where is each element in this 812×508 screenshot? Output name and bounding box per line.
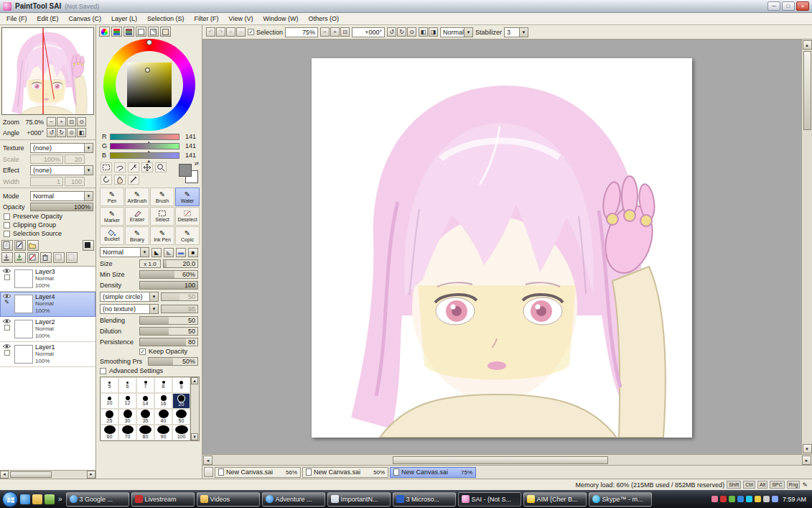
paint-mode-dropdown[interactable]: Normal▼	[440, 27, 473, 37]
brush-size-12[interactable]: 12	[118, 393, 136, 409]
layer-row-layer3[interactable]: Layer3 Normal 100%	[0, 267, 95, 292]
scrollbar-thumb[interactable]	[393, 456, 608, 464]
redo-button[interactable]: ↷	[216, 27, 225, 37]
brush-size-20-selected[interactable]: 20	[172, 393, 190, 409]
zoom-reset-button[interactable]: ⊙	[77, 117, 86, 126]
swatches-toggle[interactable]	[148, 27, 159, 37]
taskbar-button-videos[interactable]: Videos	[197, 492, 260, 507]
view-rotate-cw-button[interactable]: ↻	[397, 27, 406, 37]
brush-size-90[interactable]: 90	[154, 425, 172, 440]
size-multiplier[interactable]: x 1.0	[139, 259, 161, 268]
tool-binary[interactable]: ✎Binary	[125, 226, 149, 245]
scroll-left-arrow[interactable]: ◄	[203, 456, 213, 465]
brush-size-50[interactable]: 50	[172, 409, 190, 425]
clock[interactable]: 7:59 AM	[783, 496, 806, 503]
tray-icon-3[interactable]	[729, 496, 735, 502]
tray-icon-2[interactable]	[720, 496, 727, 502]
slider-marker[interactable]: ▲	[146, 159, 151, 163]
tool-water-selected[interactable]: ✎Water	[175, 188, 200, 206]
brush-size-40[interactable]: 40	[154, 409, 172, 425]
blending-slider[interactable]: 50	[139, 316, 198, 325]
rotate-cw-button[interactable]: ↻	[57, 128, 66, 137]
move-tool[interactable]	[141, 162, 153, 172]
titlebar[interactable]: PaintTool SAI (Not Saved) ─ □ ×	[0, 0, 812, 13]
taskbar-button-importantn[interactable]: ImportantN...	[327, 492, 391, 507]
menu-file[interactable]: File (F)	[1, 14, 32, 24]
rect-select-tool[interactable]	[101, 162, 112, 172]
brush-size-16[interactable]: 16	[154, 393, 172, 409]
primary-color-swatch[interactable]	[179, 164, 192, 177]
blue-slider[interactable]: ▲	[110, 152, 179, 159]
angle-reset-button[interactable]: ⊙	[67, 128, 76, 137]
color-mixer-toggle[interactable]	[136, 27, 146, 37]
layer-texture-dropdown[interactable]: (none)▼	[30, 143, 93, 153]
rotate-ccw-button[interactable]: ↺	[47, 128, 56, 137]
clipping-group-checkbox[interactable]: Clipping Group	[0, 220, 95, 228]
stabilizer-dropdown[interactable]: 3▼	[504, 27, 528, 37]
hue-marker[interactable]	[146, 40, 152, 45]
zoom-tool[interactable]	[155, 162, 167, 172]
layer-checkbox[interactable]	[4, 325, 10, 331]
scroll-down-arrow[interactable]: ▼	[191, 433, 198, 440]
flip-horizontal-button[interactable]: ◧	[419, 27, 428, 37]
menu-filter[interactable]: Filter (F)	[190, 14, 224, 24]
close-button[interactable]: ×	[796, 1, 809, 11]
taskbar-button-aim[interactable]: AIM (Cher B...	[523, 492, 587, 507]
shift-layer-up-button[interactable]	[53, 252, 65, 263]
canvas-tab-2[interactable]: New Canvas.sai50%	[302, 467, 388, 478]
rgb-sliders-toggle[interactable]	[111, 27, 122, 37]
brush-size-8[interactable]: 8	[154, 377, 172, 393]
brush-size-80[interactable]: 80	[136, 425, 154, 440]
brush-size-scrollbar[interactable]: ▲ ▼	[191, 377, 200, 441]
brush-size-60[interactable]: 60	[101, 425, 118, 440]
view-zoom-field[interactable]: 75%	[285, 27, 318, 37]
hsv-sliders-toggle[interactable]	[123, 27, 134, 37]
layer-mode-dropdown[interactable]: Normal▼	[30, 191, 93, 201]
layer-row-layer2[interactable]: Layer2 Normal 100%	[0, 317, 95, 342]
tool-deselect[interactable]: Deselect	[175, 207, 200, 226]
layer-opacity-slider[interactable]: 100%	[30, 203, 93, 211]
brush-size-6[interactable]: 6	[118, 377, 136, 393]
volume-icon[interactable]	[763, 496, 770, 502]
taskbar-button-microsoft[interactable]: 3 Microso...	[393, 492, 456, 507]
sv-marker[interactable]	[145, 68, 150, 73]
brush-size-25[interactable]: 25	[101, 409, 118, 425]
menu-window[interactable]: Window (W)	[258, 14, 303, 24]
eyedropper-tool[interactable]	[128, 175, 139, 185]
tool-copic[interactable]: ✎Copic	[175, 226, 200, 245]
clear-layer-button[interactable]	[27, 252, 39, 263]
layer-effect-dropdown[interactable]: (none)▼	[30, 165, 93, 175]
canvas-surface[interactable]	[312, 58, 692, 438]
selection-expand-button[interactable]: +	[226, 27, 235, 37]
menu-selection[interactable]: Selection (S)	[142, 14, 190, 24]
selection-shrink-button[interactable]: −	[236, 27, 246, 37]
taskbar-button-google[interactable]: 3 Google ...	[66, 492, 129, 507]
swap-colors-icon[interactable]: ⇄	[195, 161, 199, 167]
tray-icon-6[interactable]	[755, 496, 761, 502]
tool-brush[interactable]: ✎Brush	[150, 188, 174, 206]
keep-opacity-checkbox[interactable]: ✓Keep Opacity	[96, 346, 202, 355]
visibility-eye-icon[interactable]	[2, 343, 11, 349]
tray-icon-1[interactable]	[711, 496, 718, 502]
tab-list-button[interactable]	[204, 467, 213, 477]
persistence-slider[interactable]: 80	[139, 338, 198, 346]
delete-layer-button[interactable]	[40, 252, 52, 263]
tool-eraser[interactable]: Eraser	[125, 207, 149, 226]
green-slider[interactable]: ▲	[110, 143, 179, 149]
taskbar-button-adventure[interactable]: Adventure ...	[262, 492, 325, 507]
tool-select[interactable]: Select	[150, 207, 174, 226]
menu-others[interactable]: Others (O)	[303, 14, 344, 24]
new-layer-button[interactable]	[1, 240, 13, 251]
flip-view-button[interactable]: ◧	[77, 128, 86, 137]
view-zoom-in-button[interactable]: +	[330, 27, 340, 37]
dilution-slider[interactable]: 50	[139, 327, 198, 336]
undo-button[interactable]: ↶	[206, 27, 215, 37]
taskbar-button-sai-active[interactable]: SAI - (Not S...	[458, 492, 521, 507]
transfer-down-button[interactable]	[1, 252, 13, 263]
view-zoom-out-button[interactable]: −	[320, 27, 330, 37]
rotate-tool[interactable]	[101, 175, 112, 185]
scroll-up-arrow[interactable]: ▲	[803, 40, 812, 50]
flip-vertical-button[interactable]: ◨	[429, 27, 438, 37]
quicklaunch-explorer-icon[interactable]	[32, 494, 42, 504]
quicklaunch-overflow-chevron[interactable]: »	[57, 495, 64, 503]
